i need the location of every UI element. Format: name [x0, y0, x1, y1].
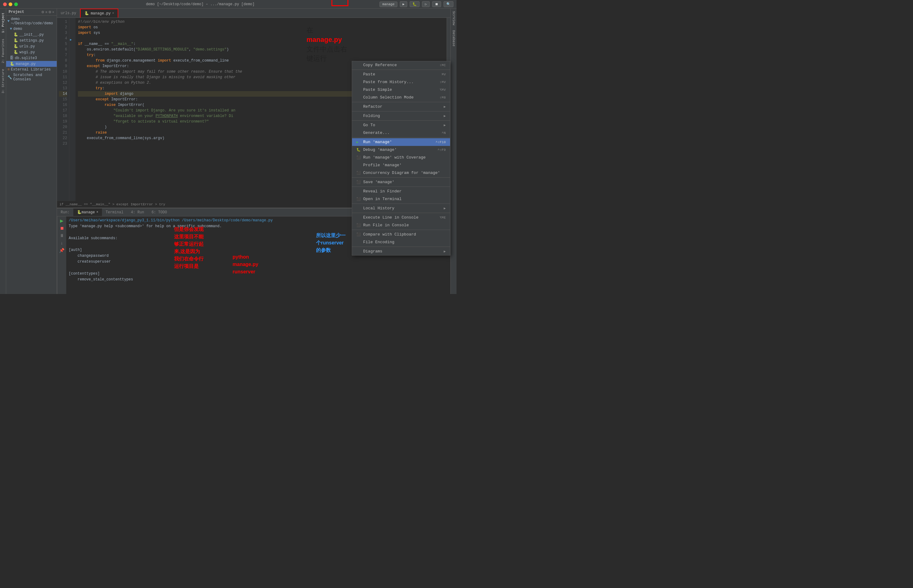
run-config-dropdown[interactable]: manage: [379, 2, 397, 7]
ctx-goto[interactable]: Go To ▶: [352, 121, 450, 129]
goto-arrow: ▶: [444, 123, 446, 127]
right-tab-database[interactable]: Database: [451, 28, 456, 49]
minimize-button[interactable]: [9, 2, 12, 6]
tab-close-manage[interactable]: ×: [112, 12, 114, 15]
ctx-reveal-finder[interactable]: Reveal in Finder: [352, 187, 450, 195]
ctx-folding[interactable]: Folding ▶: [352, 112, 450, 120]
close-panel-btn[interactable]: ×: [52, 10, 54, 14]
ctx-generate[interactable]: Generate... ^N: [352, 129, 450, 137]
concurrency-icon: ⬛: [356, 171, 361, 175]
ctx-save-manage[interactable]: ⬛ Save 'manage': [352, 178, 450, 186]
collapse-btn[interactable]: ≡: [45, 10, 47, 14]
bottom-tab-run4[interactable]: 4: Run: [127, 208, 148, 216]
tab-urls[interactable]: urls.py: [57, 9, 80, 18]
tree-item-scratches[interactable]: 🔧 Scratches and Consoles: [6, 72, 57, 82]
ctx-goto-label: Go To: [363, 123, 444, 128]
tree-item-urls[interactable]: 🐍 urls.py: [6, 44, 57, 49]
side-tabs: 1: Project 2: Favorites 3: Structure: [0, 9, 6, 294]
ctx-paste[interactable]: Paste ⌘V: [352, 71, 450, 78]
run-pin-btn[interactable]: 📌: [58, 247, 65, 254]
diagrams-arrow: ▶: [444, 249, 446, 254]
tree-item-ext-libs[interactable]: ≡ External Libraries: [6, 67, 57, 72]
sidebar-tab-structure[interactable]: 3: Structure: [1, 66, 6, 96]
ctx-paste-history[interactable]: Paste from History... ⇧⌘V: [352, 78, 450, 86]
ctx-refactor[interactable]: Refactor ▶: [352, 103, 450, 110]
run-toolbar: ▶ ⏹ ⏸ ↓ 📌: [57, 216, 66, 294]
ctx-execute-line-label: Execute Line in Console: [363, 215, 440, 220]
ctx-debug-manage[interactable]: 🐛 Debug 'manage' ^⇧F9: [352, 146, 450, 153]
tree-label-ext: External Libraries: [11, 68, 51, 72]
tab-manage[interactable]: 🐍 manage.py ×: [80, 9, 118, 18]
tree-item-init[interactable]: 🐍 __init__.py: [6, 32, 57, 37]
run-step-btn[interactable]: ↓: [60, 240, 63, 246]
ctx-debug-manage-shortcut: ^⇧F9: [438, 148, 446, 152]
ctx-profile-manage[interactable]: Profile 'manage': [352, 161, 450, 169]
bottom-tab-terminal[interactable]: Terminal: [102, 208, 127, 216]
ctx-paste-simple[interactable]: Paste Simple ⌥⌘V: [352, 86, 450, 94]
folder-icon: ▼: [7, 19, 10, 23]
sidebar-tab-favorites[interactable]: 2: Favorites: [1, 36, 6, 66]
ctx-save-manage-label: Save 'manage': [363, 180, 446, 184]
ctx-diagrams[interactable]: Diagrams ▶: [352, 247, 450, 255]
ctx-column-selection[interactable]: Column Selection Mode ⇧⌘8: [352, 94, 450, 101]
tree-item-demo[interactable]: ▼ demo: [6, 26, 57, 32]
settings-btn[interactable]: ⚙: [49, 10, 52, 14]
run-stop-btn[interactable]: ⏹: [59, 225, 65, 231]
ctx-open-terminal[interactable]: ⬛ Open in Terminal: [352, 195, 450, 203]
ctx-run-manage[interactable]: ▶ Run 'manage' ^⇧F10: [352, 138, 450, 146]
code-line-5: if __name__ == "__main__":: [78, 41, 444, 47]
ctx-open-terminal-label: Open in Terminal: [363, 197, 446, 201]
ctx-execute-line[interactable]: Execute Line in Console ⌥⌘E: [352, 214, 450, 221]
run-button[interactable]: ▶: [400, 1, 408, 7]
ctx-paste-history-shortcut: ⇧⌘V: [440, 80, 446, 84]
ctx-concurrency[interactable]: ⬛ Concurrency Diagram for 'manage': [352, 169, 450, 177]
close-button[interactable]: [3, 2, 7, 6]
ctx-column-selection-label: Column Selection Mode: [363, 95, 440, 100]
breadcrumb-text: if __name__ == "__main__" > except Impor…: [60, 203, 165, 206]
search-button[interactable]: 🔍: [444, 1, 453, 7]
code-line-1: #!/usr/bin/env python: [78, 19, 444, 25]
run-coverage-icon: ⬛: [356, 155, 361, 160]
tree-item-settings[interactable]: 🐍 settings.py: [6, 37, 57, 44]
ctx-compare-clipboard[interactable]: ⬛ Compare with Clipboard: [352, 231, 450, 238]
sync-btn[interactable]: ⚙: [41, 10, 44, 14]
run-tab-close[interactable]: ×: [96, 210, 98, 214]
maximize-button[interactable]: [14, 2, 18, 6]
ctx-concurrency-label: Concurrency Diagram for 'manage': [363, 171, 446, 175]
db-file-icon: 🗄: [10, 56, 13, 60]
tree-item-db[interactable]: 🗄 db.sqlite3: [6, 55, 57, 61]
scratches-icon: 🔧: [7, 75, 12, 80]
ctx-run-coverage[interactable]: ⬛ Run 'manage' with Coverage: [352, 153, 450, 161]
debug-button[interactable]: 🐛: [410, 1, 419, 7]
code-line-7: try:: [78, 52, 444, 58]
ctx-local-history[interactable]: Local History ▶: [352, 204, 450, 212]
run-pause-btn[interactable]: ⏸: [59, 233, 65, 239]
bottom-tab-todo[interactable]: 6: TODO: [148, 208, 171, 216]
traffic-lights: [3, 2, 18, 6]
tree-item-root[interactable]: ▼ demo ~/Desktop/code/demo: [6, 16, 57, 26]
open-terminal-icon: ⬛: [356, 197, 361, 201]
project-header: Project ⚙ ≡ ⚙ ×: [6, 9, 57, 16]
sidebar-tab-project[interactable]: 1: Project: [1, 10, 6, 36]
ctx-column-sel-shortcut: ⇧⌘8: [440, 95, 446, 99]
tree-label-root: demo ~/Desktop/code/demo: [11, 17, 55, 26]
ctx-file-encoding[interactable]: File Encoding: [352, 238, 450, 246]
ctx-run-file-console[interactable]: ⬛ Run File in Console: [352, 221, 450, 229]
run-play-btn[interactable]: ▶: [60, 218, 64, 224]
tab-label-urls: urls.py: [61, 11, 76, 15]
tree-item-manage[interactable]: 🐍 manage.py: [6, 61, 57, 67]
run-file-console-icon: ⬛: [356, 223, 361, 227]
right-panels: ScrView Database: [450, 9, 456, 294]
run-python-path: /Users/meihao/workspace/django_py3_1.11/…: [69, 218, 180, 223]
ctx-paste-shortcut: ⌘V: [442, 72, 446, 76]
window-title: demo [~/Desktop/code/demo] – .../manage.…: [21, 2, 379, 6]
tree-item-wsgi[interactable]: 🐍 wsgi.py: [6, 49, 57, 55]
py-file-icon: 🐍: [13, 32, 18, 37]
coverage-button[interactable]: ▷: [422, 1, 430, 7]
compare-clipboard-icon: ⬛: [356, 233, 361, 236]
bottom-tab-manage[interactable]: 🐍 manage ×: [73, 208, 102, 216]
right-tab-scview[interactable]: ScrView: [451, 9, 456, 28]
ctx-copy-reference[interactable]: Copy Reference ⇧⌘C: [352, 61, 450, 69]
ctx-run-coverage-label: Run 'manage' with Coverage: [363, 155, 446, 160]
stop-button[interactable]: ⏹: [432, 1, 441, 7]
